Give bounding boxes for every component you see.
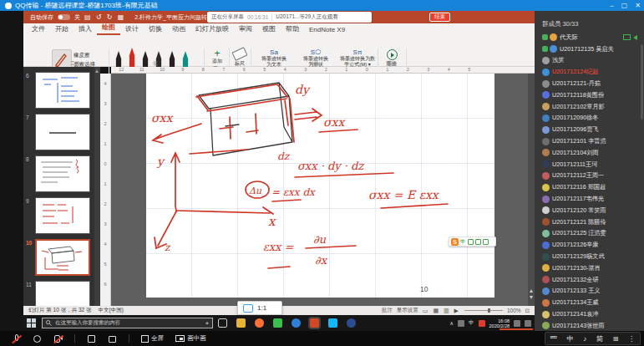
member-row[interactable]: U201712135 吴启夫: [535, 43, 644, 55]
eraser-button[interactable]: 橡皮擦: [74, 52, 90, 59]
member-row[interactable]: U201712090徐冬: [535, 113, 644, 125]
ime-status-icon[interactable]: 罒: [550, 334, 557, 343]
member-row[interactable]: U201712121-丹茹: [535, 78, 644, 89]
member-row[interactable]: U201712124纪超: [535, 66, 644, 78]
ribbon-tab[interactable]: 切换: [144, 23, 167, 35]
zoom-level[interactable]: 100%: [507, 308, 521, 313]
tray-red-icon[interactable]: [479, 320, 485, 327]
ime-emoji-icon[interactable]: [483, 239, 489, 245]
member-row[interactable]: U201712125 汪浩雯: [535, 228, 644, 240]
member-row[interactable]: U201712101 李晋浩: [535, 135, 644, 147]
thumbnail-slide-7[interactable]: 7: [23, 114, 94, 150]
thumbnail-slide-10-selected[interactable]: 10: [23, 239, 94, 276]
notes-button[interactable]: 批注: [382, 307, 393, 314]
maximize-button[interactable]: ▢: [621, 2, 628, 9]
camera-muted-icon[interactable]: [53, 334, 63, 343]
ime-status-icon[interactable]: 简: [596, 334, 603, 343]
ribbon-tab[interactable]: 设计: [120, 23, 144, 35]
fit-to-window-icon[interactable]: ⊡: [525, 308, 530, 314]
thumbnail-slide-9[interactable]: 9: [23, 197, 94, 234]
close-button[interactable]: ✕: [635, 2, 641, 9]
canvas-scrollbar[interactable]: [528, 74, 535, 306]
ime-status-icon[interactable]: 中: [567, 334, 574, 343]
thumbnail-slide-11[interactable]: 11: [23, 281, 94, 306]
ribbon-tab[interactable]: 审阅: [234, 23, 257, 35]
member-row[interactable]: 浅笑: [535, 55, 644, 67]
end-share-button[interactable]: 结束: [429, 13, 450, 22]
slide-canvas[interactable]: σxx dy σxx dz σxx · dy · dz Δu = εxx dx …: [146, 74, 494, 298]
speaker-icon[interactable]: [33, 334, 42, 343]
show-desktop-icon[interactable]: [525, 320, 531, 327]
member-row[interactable]: U201712141袁冲: [535, 308, 644, 320]
taskbar-app-icon[interactable]: [292, 318, 301, 328]
display-settings-button[interactable]: 显示设置: [397, 307, 418, 314]
avatar: [542, 138, 550, 145]
screen-icon[interactable]: [87, 334, 96, 343]
member-row[interactable]: U201712133 王义: [535, 286, 644, 298]
microphone-icon[interactable]: ⌖: [205, 320, 209, 327]
member-row[interactable]: U201712096贾飞: [535, 124, 644, 135]
member-row[interactable]: U201712111王珂: [535, 159, 644, 170]
picture-in-picture-button[interactable]: 画中画: [175, 334, 206, 343]
zoom-slider[interactable]: [464, 310, 503, 311]
fullscreen-button[interactable]: 全屏: [141, 334, 164, 343]
view-switcher-icons[interactable]: ▭ ▦ ▥ ▶: [423, 308, 460, 314]
taskbar-app-icon[interactable]: [236, 318, 246, 328]
member-row[interactable]: U201712116 郑国超: [535, 181, 644, 193]
language-indicator[interactable]: 中文(中国): [99, 307, 124, 314]
ribbon-tab[interactable]: 视图: [257, 23, 281, 35]
ribbon-tab[interactable]: 动画: [167, 23, 190, 35]
taskbar-app-icon[interactable]: [310, 318, 319, 328]
start-button[interactable]: [27, 318, 37, 328]
taskbar-app-icon[interactable]: [255, 318, 264, 328]
taskbar-app-icon[interactable]: [273, 318, 282, 328]
thumbnail-scrollbar[interactable]: [94, 67, 100, 306]
thumbnail-slide-6[interactable]: 6: [23, 72, 94, 109]
network-icon[interactable]: [458, 320, 464, 327]
ime-toolbar[interactable]: S 中: [449, 237, 496, 247]
ime-status-icon[interactable]: ⋮: [628, 335, 635, 343]
taskbar-app-icon[interactable]: [328, 318, 337, 328]
thumbnail-slide-8[interactable]: 8: [23, 155, 94, 192]
ime-status-icon[interactable]: ♪: [583, 335, 586, 343]
projector-icon[interactable]: [108, 334, 117, 343]
taskbar-app-icon[interactable]: [218, 318, 227, 328]
tray-ime-indicator[interactable]: 中: [469, 319, 474, 327]
member-row[interactable]: 代天际: [535, 32, 644, 43]
taskbar-clock[interactable]: 16:08 2020/2/28: [489, 318, 510, 328]
ribbon-tab[interactable]: EndNote X9: [304, 25, 350, 35]
member-row[interactable]: U201712130-湛肖: [535, 262, 644, 274]
ribbon-tab[interactable]: 开始: [50, 23, 74, 35]
avatar: [550, 33, 557, 41]
minimize-button[interactable]: –: [610, 2, 613, 9]
member-row[interactable]: U201712132全研: [535, 274, 644, 286]
member-list-scrollbar[interactable]: [641, 44, 643, 120]
member-row[interactable]: U201712121 陈丽伶: [535, 216, 644, 228]
member-row[interactable]: U201712102覃月影: [535, 101, 644, 113]
microphone-muted-icon[interactable]: [12, 334, 21, 343]
member-row[interactable]: U201712118黄围份: [535, 89, 644, 101]
search-box[interactable]: 在这里输入你要搜索的内容 ⌖: [42, 318, 213, 328]
ribbon-tab[interactable]: 帮助: [281, 23, 304, 35]
tray-extra-icon[interactable]: [514, 320, 520, 327]
member-row[interactable]: U201712126辛康: [535, 239, 644, 251]
tray-chevron-icon[interactable]: ∧: [449, 320, 454, 327]
ribbon-tab[interactable]: 插入: [74, 23, 97, 35]
member-row[interactable]: U201712120 常笑雨: [535, 205, 644, 216]
ribbon-tab[interactable]: 绘图: [97, 22, 120, 35]
ime-option-icon[interactable]: [468, 239, 474, 245]
member-row[interactable]: U201712129杨文武: [535, 251, 644, 262]
ribbon-tab[interactable]: 文件: [27, 23, 50, 35]
ime-status-bar[interactable]: 罒中♪简⊞⋮: [545, 332, 641, 345]
quick-access-icons[interactable]: ▤ ↺ ↻ ▦: [84, 13, 125, 21]
member-row[interactable]: U201712143张世雨: [535, 320, 644, 331]
ime-keyboard-icon[interactable]: [475, 239, 481, 245]
ribbon-tab[interactable]: 幻灯片放映: [190, 23, 234, 35]
autosave-toggle[interactable]: [58, 14, 70, 20]
ime-status-icon[interactable]: ⊞: [613, 335, 619, 343]
member-row[interactable]: U201712117韦伟光: [535, 193, 644, 205]
member-row[interactable]: U201712134王威: [535, 297, 644, 308]
taskbar-app-icon[interactable]: [347, 318, 356, 328]
member-row[interactable]: U201712112王周一: [535, 170, 644, 182]
member-row[interactable]: U201712104刘周: [535, 147, 644, 159]
